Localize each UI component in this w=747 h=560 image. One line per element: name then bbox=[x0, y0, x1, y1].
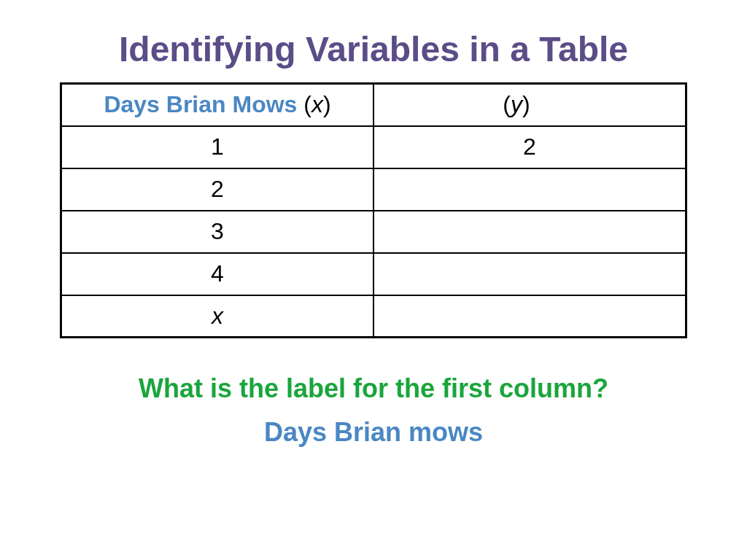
slide: Identifying Variables in a Table Days Br… bbox=[0, 0, 747, 560]
slide-title: Identifying Variables in a Table bbox=[119, 29, 628, 69]
cell-y bbox=[374, 295, 686, 338]
cell-x: 2 bbox=[61, 168, 374, 211]
cell-x: 3 bbox=[61, 211, 374, 253]
answer-text: Days Brian mows bbox=[264, 417, 483, 448]
table-header-row: Days Brian Mows (x) (y) bbox=[61, 84, 686, 126]
header-cell-y: (y) bbox=[374, 84, 686, 126]
variable-table: Days Brian Mows (x) (y) 1 2 2 3 bbox=[60, 82, 687, 338]
cell-x: 1 bbox=[61, 126, 374, 168]
cell-y: 2 bbox=[374, 126, 686, 168]
question-text: What is the label for the first column? bbox=[139, 373, 608, 404]
cell-y bbox=[374, 253, 686, 295]
cell-y bbox=[374, 168, 686, 211]
header-x-label: Days Brian Mows bbox=[104, 91, 297, 117]
table-row: 2 bbox=[61, 168, 686, 211]
cell-x: x bbox=[61, 295, 374, 338]
table-row: x bbox=[61, 295, 686, 338]
header-cell-x: Days Brian Mows (x) bbox=[61, 84, 374, 126]
cell-y bbox=[374, 211, 686, 253]
cell-x: 4 bbox=[61, 253, 374, 295]
table-row: 3 bbox=[61, 211, 686, 253]
table-row: 4 bbox=[61, 253, 686, 295]
header-y-var: (y) bbox=[503, 91, 530, 117]
header-x-var: (x) bbox=[303, 91, 330, 117]
table-row: 1 2 bbox=[61, 126, 686, 168]
